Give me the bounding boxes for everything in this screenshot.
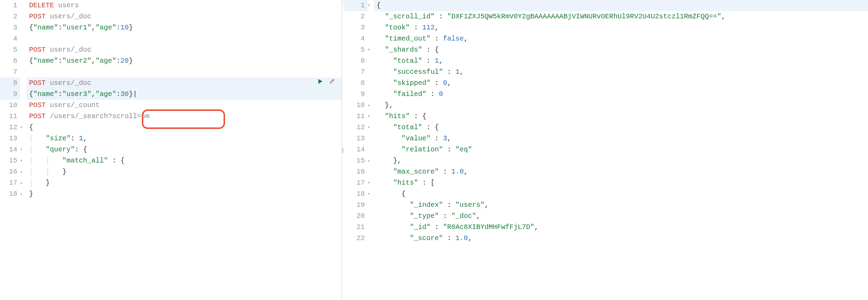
fold-marker [20,111,26,122]
code-line[interactable]: "total" : 1, [374,55,868,67]
fold-marker[interactable]: ▾ [20,122,26,133]
code-line[interactable] [26,33,342,44]
response-code-lines[interactable]: { "_scroll_id" : "DXF1ZXJ5QW5kRmV0Y2gBAA… [374,0,868,300]
fold-marker[interactable]: ▴ [20,188,26,200]
code-line[interactable]: { [374,0,868,11]
response-pane: 12345678910111213141516171819202122 ▾▾▴▾… [343,0,868,300]
fold-marker [20,89,26,100]
code-line[interactable]: "timed_out" : false, [374,33,868,44]
fold-marker [368,55,374,67]
code-line[interactable]: } [26,188,342,200]
line-number: 10 [343,100,368,111]
code-line[interactable]: POST users/_doc [26,11,342,22]
line-number-gutter: 123456789101112131415161718 [0,0,20,300]
fold-marker [20,67,26,78]
code-line[interactable]: │ } [26,177,342,188]
fold-marker[interactable]: ▾ [368,188,374,200]
code-line[interactable]: "max_score" : 1.0, [374,166,868,177]
fold-marker [20,44,26,55]
code-line[interactable]: "total" : { [374,122,868,133]
line-number: 7 [343,67,368,78]
fold-marker[interactable]: ▾ [368,177,374,188]
code-line[interactable]: "failed" : 0 [374,89,868,100]
line-number: 22 [343,233,368,244]
code-line[interactable]: │ "size": 1, [26,133,342,144]
line-number: 15 [0,155,20,166]
fold-marker[interactable]: ▾ [368,122,374,133]
request-code-lines[interactable]: DELETE usersPOST users/_doc{"name":"user… [26,0,342,300]
fold-marker[interactable]: ▾ [20,144,26,155]
code-line[interactable]: {"name":"user2","age":20} [26,55,342,67]
line-number: 18 [343,188,368,200]
fold-marker [20,133,26,144]
code-line[interactable]: { [26,122,342,133]
fold-marker[interactable]: ▾ [368,111,374,122]
code-line[interactable]: }, [374,100,868,111]
code-line[interactable]: {"name":"user1","age":10} [26,22,342,33]
code-line[interactable]: "hits" : { [374,111,868,122]
code-line[interactable] [26,67,342,78]
fold-marker[interactable]: ▾ [368,44,374,55]
line-number: 8 [343,78,368,89]
fold-marker [368,67,374,78]
code-line[interactable]: │ │ } [26,166,342,177]
line-number: 16 [343,166,368,177]
fold-marker [368,78,374,89]
code-line[interactable]: POST users/_doc [26,44,342,55]
fold-marker[interactable]: ▴ [20,177,26,188]
code-line[interactable]: "skipped" : 0, [374,78,868,89]
code-line[interactable]: "took" : 112, [374,22,868,33]
code-line[interactable]: │ │ "match_all" : { [26,155,342,166]
line-number: 13 [0,133,20,144]
code-line[interactable]: "hits" : [ [374,177,868,188]
code-line[interactable]: "_index" : "users", [374,200,868,211]
fold-marker[interactable]: ▴ [20,166,26,177]
line-number: 17 [0,177,20,188]
response-editor[interactable]: 12345678910111213141516171819202122 ▾▾▴▾… [343,0,868,300]
line-number: 4 [0,33,20,44]
fold-marker [368,233,374,244]
code-line[interactable]: }, [374,155,868,166]
fold-gutter[interactable]: ▾▾▴▾▾▴▾▾ [368,0,374,300]
code-line[interactable]: { [374,188,868,200]
code-line[interactable]: "_id" : "R0Ac8XIBYdMHFwfFjL7D", [374,222,868,233]
fold-marker [20,11,26,22]
run-request-icon[interactable] [317,78,324,89]
code-line[interactable]: "relation" : "eq" [374,144,868,155]
fold-marker[interactable]: ▾ [368,0,374,11]
fold-marker [368,89,374,100]
code-line[interactable]: DELETE users [26,0,342,11]
editor-layout: 123456789101112131415161718 ▾▾▾▴▴▴ DELET… [0,0,868,300]
code-line[interactable]: {"name":"user3","age":30}| [26,89,342,100]
code-line[interactable]: POST users/_doc [26,78,342,89]
line-number: 8 [0,78,20,89]
line-number: 11 [0,111,20,122]
line-number: 18 [0,188,20,200]
fold-marker [368,166,374,177]
fold-marker [20,78,26,89]
fold-marker[interactable]: ▴ [368,100,374,111]
line-number: 6 [343,55,368,67]
fold-marker [20,100,26,111]
code-line[interactable]: "_score" : 1.0, [374,233,868,244]
fold-gutter[interactable]: ▾▾▾▴▴▴ [20,0,26,300]
settings-icon[interactable] [328,78,335,89]
code-line[interactable]: "value" : 3, [374,133,868,144]
fold-marker[interactable]: ▾ [20,155,26,166]
code-line[interactable]: │ "query": { [26,144,342,155]
request-editor[interactable]: 123456789101112131415161718 ▾▾▾▴▴▴ DELET… [0,0,342,300]
line-number: 6 [0,55,20,67]
code-line[interactable]: "_type" : "_doc", [374,211,868,222]
line-number: 2 [0,11,20,22]
line-number: 5 [0,44,20,55]
fold-marker [20,33,26,44]
code-line[interactable]: "successful" : 1, [374,67,868,78]
fold-marker [20,55,26,67]
fold-marker [368,22,374,33]
line-number: 9 [0,89,20,100]
code-line[interactable]: "_shards" : { [374,44,868,55]
code-line[interactable]: POST users/_count [26,100,342,111]
code-line[interactable]: "_scroll_id" : "DXF1ZXJ5QW5kRmV0Y2gBAAAA… [374,11,868,22]
code-line[interactable]: POST /users/_search?scroll=5m [26,111,342,122]
fold-marker[interactable]: ▴ [368,155,374,166]
